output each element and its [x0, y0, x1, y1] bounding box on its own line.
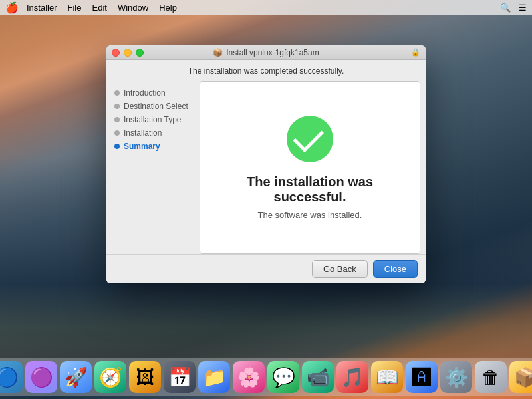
sidebar: Introduction Destination Select Installa…: [106, 81, 200, 254]
menubar-help[interactable]: Help: [159, 3, 177, 13]
traffic-lights: [112, 49, 144, 57]
dock-icon-music[interactable]: 🎵: [336, 361, 368, 393]
dock-icon-safari[interactable]: 🧭: [94, 361, 126, 393]
lock-icon: 🔒: [411, 48, 420, 57]
menubar-file[interactable]: File: [68, 3, 82, 13]
dock-icon-installer[interactable]: 📦: [509, 361, 532, 393]
sidebar-dot-summary: [114, 144, 120, 149]
sidebar-label-installation-type: Installation Type: [124, 115, 182, 124]
window-titlebar: 📦 Install vpnlux-1gfqk1a5am 🔒: [106, 45, 426, 60]
dock-icon-photos[interactable]: 🌸: [233, 361, 265, 393]
window-title-text: Install vpnlux-1gfqk1a5am: [226, 48, 319, 57]
sidebar-item-installation[interactable]: Installation: [106, 126, 200, 140]
success-icon: [287, 116, 333, 162]
sidebar-label-destination: Destination Select: [124, 102, 188, 111]
menubar-window[interactable]: Window: [118, 3, 148, 13]
dock-icon-photos-app[interactable]: 🖼: [129, 361, 161, 393]
sidebar-item-introduction[interactable]: Introduction: [106, 86, 200, 100]
sidebar-item-destination-select[interactable]: Destination Select: [106, 100, 200, 113]
sidebar-dot-destination: [114, 104, 120, 109]
window-title: 📦 Install vpnlux-1gfqk1a5am: [213, 48, 319, 57]
window-header-text: The installation was completed successfu…: [106, 60, 426, 81]
dock-icon-messages[interactable]: 💬: [267, 361, 299, 393]
sidebar-dot-introduction: [114, 90, 120, 96]
sidebar-dot-installation: [114, 130, 120, 136]
dock-icon-facetime[interactable]: 📹: [302, 361, 334, 393]
go-back-button[interactable]: Go Back: [312, 260, 368, 278]
sidebar-label-installation: Installation: [124, 128, 162, 138]
sidebar-label-introduction: Introduction: [124, 88, 166, 98]
content-area: The installation was successful. The sof…: [200, 81, 420, 254]
close-traffic-light[interactable]: [112, 49, 120, 57]
desktop: 🍎 Installer File Edit Window Help 🔍 ☰ 📦 …: [0, 0, 532, 399]
success-subtitle: The software was installed.: [258, 210, 362, 220]
window-main: Introduction Destination Select Installa…: [106, 81, 426, 254]
sidebar-dot-installation-type: [114, 117, 120, 122]
search-icon[interactable]: 🔍: [500, 3, 511, 13]
dock-icon-finder[interactable]: 🔵: [0, 361, 23, 393]
window-title-icon: 📦: [213, 48, 223, 57]
dock-icon-files[interactable]: 📁: [198, 361, 230, 393]
dock-icon-siri[interactable]: 🟣: [25, 361, 57, 393]
window-footer: Go Back Close: [106, 254, 426, 283]
dock-icon-trash[interactable]: 🗑: [475, 361, 507, 393]
close-button[interactable]: Close: [373, 260, 418, 278]
sidebar-item-installation-type[interactable]: Installation Type: [106, 113, 200, 126]
notification-icon[interactable]: ☰: [519, 3, 527, 13]
dock-icon-books[interactable]: 📖: [371, 361, 403, 393]
maximize-traffic-light[interactable]: [136, 49, 144, 57]
dock-icon-settings[interactable]: ⚙️: [440, 361, 472, 393]
menubar-edit[interactable]: Edit: [92, 3, 106, 13]
apple-menu[interactable]: 🍎: [5, 1, 19, 14]
menubar-app-name[interactable]: Installer: [27, 3, 57, 13]
dock-icon-appstore[interactable]: 🅰: [406, 361, 438, 393]
dock-background: 🔵 🟣 🚀 🧭 🖼 📅 📁 🌸 💬 📹 🎵 📖 🅰 ⚙️ 🗑 📦: [0, 358, 532, 396]
dock: 🔵 🟣 🚀 🧭 🖼 📅 📁 🌸 💬 📹 🎵 📖 🅰 ⚙️ 🗑 📦: [0, 352, 532, 399]
minimize-traffic-light[interactable]: [124, 49, 132, 57]
sidebar-item-summary[interactable]: Summary: [106, 140, 200, 153]
menubar: 🍎 Installer File Edit Window Help 🔍 ☰: [0, 0, 532, 15]
sidebar-label-summary: Summary: [124, 142, 160, 151]
dock-icon-launchpad[interactable]: 🚀: [60, 361, 92, 393]
installer-window: 📦 Install vpnlux-1gfqk1a5am 🔒 The instal…: [106, 45, 426, 283]
dock-icon-calendar[interactable]: 📅: [164, 361, 196, 393]
success-title: The installation was successful.: [213, 174, 406, 205]
